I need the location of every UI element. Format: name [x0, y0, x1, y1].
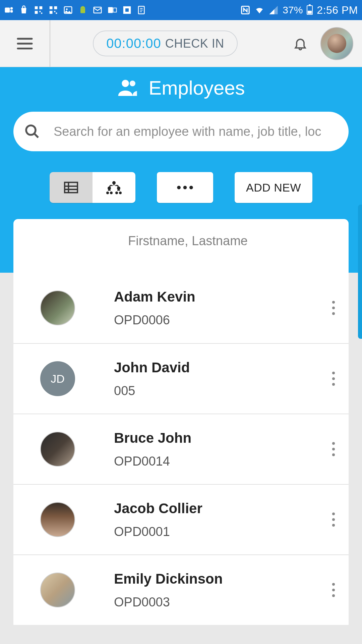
svg-point-52 — [332, 448, 335, 450]
view-toggle — [50, 172, 135, 203]
svg-rect-8 — [50, 6, 53, 9]
svg-point-47 — [332, 312, 335, 315]
svg-point-55 — [332, 518, 335, 521]
svg-point-28 — [129, 80, 135, 86]
outlook-icon — [107, 5, 117, 15]
svg-point-38 — [106, 192, 109, 194]
hamburger-menu-button[interactable] — [0, 20, 50, 67]
svg-point-50 — [332, 383, 335, 386]
profile-avatar[interactable] — [320, 27, 353, 60]
svg-rect-6 — [40, 11, 41, 12]
svg-rect-0 — [5, 8, 10, 13]
android-icon — [78, 5, 88, 15]
svg-point-53 — [332, 453, 335, 456]
svg-point-51 — [332, 442, 335, 445]
list-view-button[interactable] — [50, 172, 93, 203]
status-right-icons: 37% 2:56 PM — [240, 4, 358, 16]
clock-time: 2:56 PM — [317, 4, 358, 16]
gmail-icon — [93, 5, 103, 15]
svg-rect-3 — [35, 6, 38, 9]
dots-vertical-icon — [331, 583, 336, 597]
list-icon — [63, 181, 79, 194]
employee-row[interactable]: JDJohn David005 — [13, 343, 349, 414]
svg-point-41 — [119, 192, 122, 194]
checkin-button[interactable]: 00:00:00 CHECK IN — [93, 31, 238, 56]
svg-point-27 — [122, 80, 129, 87]
employee-row[interactable]: Bruce JohnOPD0014 — [13, 414, 349, 484]
bell-icon — [293, 35, 308, 52]
employee-code: 005 — [114, 384, 318, 398]
search-input[interactable] — [54, 124, 338, 139]
search-bar[interactable] — [13, 112, 349, 151]
employee-row[interactable]: Adam KevinOPD0006 — [13, 273, 349, 343]
teams-icon — [4, 5, 14, 15]
employee-code: OPD0014 — [114, 454, 318, 469]
employee-info: Emily DickinsonOPD0003 — [114, 571, 318, 609]
svg-point-40 — [115, 192, 118, 194]
employee-avatar[interactable] — [40, 502, 75, 537]
page-title: Employees — [149, 76, 245, 99]
employee-code: OPD0001 — [114, 525, 318, 539]
svg-rect-19 — [113, 8, 117, 12]
svg-point-37 — [117, 186, 120, 190]
employee-name: Jacob Collier — [114, 500, 318, 517]
svg-rect-4 — [40, 6, 43, 9]
svg-point-46 — [332, 307, 335, 309]
notifications-button[interactable] — [287, 35, 314, 52]
employee-avatar[interactable]: JD — [40, 361, 75, 396]
svg-point-57 — [332, 583, 335, 586]
svg-line-30 — [34, 133, 38, 138]
hierarchy-icon — [106, 180, 122, 195]
employee-code: OPD0003 — [114, 595, 318, 609]
toolbar: ADD NEW — [0, 151, 362, 219]
more-options-button[interactable] — [157, 172, 213, 203]
svg-rect-9 — [54, 6, 57, 9]
employee-more-button[interactable] — [318, 426, 349, 473]
dots-vertical-icon — [331, 512, 336, 527]
svg-point-42 — [177, 186, 181, 190]
signal-icon — [268, 5, 279, 15]
list-column-header: Firstname, Lastname — [13, 219, 349, 263]
dots-vertical-icon — [331, 371, 336, 386]
employee-row[interactable]: Emily DickinsonOPD0003 — [13, 554, 349, 625]
svg-rect-11 — [54, 11, 56, 12]
svg-point-43 — [183, 186, 187, 190]
scroll-indicator[interactable] — [358, 205, 362, 339]
svg-point-59 — [332, 594, 335, 597]
employee-more-button[interactable] — [318, 567, 349, 613]
svg-point-54 — [332, 513, 335, 515]
status-left-icons — [4, 5, 147, 15]
svg-point-29 — [26, 125, 36, 135]
hamburger-icon — [16, 37, 33, 50]
svg-rect-21 — [125, 8, 129, 12]
svg-rect-18 — [108, 7, 113, 13]
svg-rect-7 — [41, 13, 43, 14]
image-icon — [63, 5, 73, 15]
employee-info: Bruce JohnOPD0014 — [114, 430, 318, 469]
employee-code: OPD0006 — [114, 313, 318, 327]
svg-point-44 — [189, 186, 193, 190]
svg-point-36 — [108, 186, 111, 190]
search-icon — [24, 123, 40, 140]
employee-more-button[interactable] — [318, 355, 349, 402]
app-header: 00:00:00 CHECK IN — [0, 20, 362, 67]
svg-point-1 — [10, 7, 13, 10]
employee-avatar[interactable] — [40, 573, 75, 607]
employee-avatar[interactable] — [40, 290, 75, 325]
employee-more-button[interactable] — [318, 284, 349, 332]
employee-name: Bruce John — [114, 430, 318, 446]
employee-list-card: Firstname, Lastname — [13, 219, 349, 273]
wifi-icon — [254, 5, 264, 15]
qr-icon-1 — [34, 5, 44, 15]
svg-point-39 — [110, 192, 113, 194]
checkin-timer: 00:00:00 — [106, 36, 161, 51]
employee-row[interactable]: Jacob CollierOPD0001 — [13, 484, 349, 554]
employee-avatar[interactable] — [40, 432, 75, 467]
qr-icon-2 — [48, 5, 58, 15]
org-view-button[interactable] — [93, 172, 135, 203]
svg-rect-2 — [10, 10, 13, 13]
svg-rect-5 — [35, 11, 38, 14]
add-new-button[interactable]: ADD NEW — [235, 172, 312, 203]
svg-point-56 — [332, 524, 335, 527]
employee-more-button[interactable] — [318, 496, 349, 543]
